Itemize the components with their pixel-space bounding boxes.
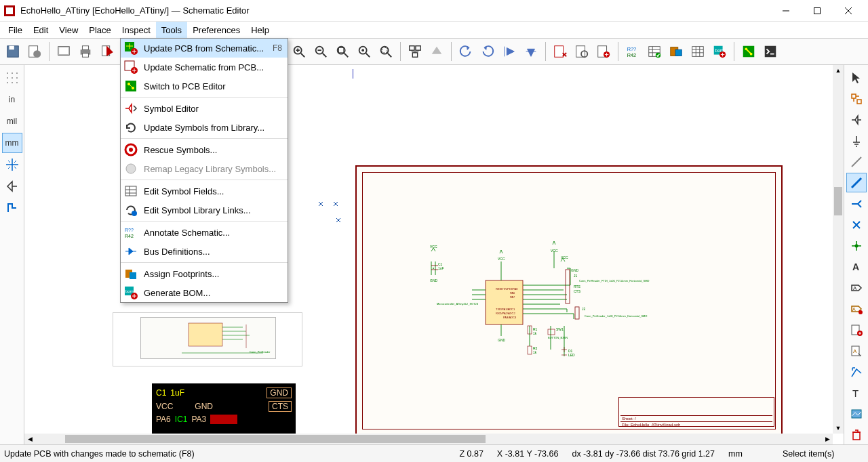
global-label-tool[interactable]: A [846,278,867,297]
tools-menu-item[interactable]: Edit Symbol Fields... [121,182,288,201]
grid-toggle[interactable] [2,68,22,88]
svg-rect-0 [814,7,821,14]
svg-point-48 [12,82,13,83]
schematic-setup-button[interactable] [24,41,45,62]
zoom-objects-button[interactable] [354,41,374,62]
add-symbol-tool[interactable] [846,110,867,129]
tools-menu-item[interactable]: Rescue Symbols... [121,140,288,159]
cursor-full-button[interactable] [2,154,22,175]
print-button[interactable] [75,41,96,62]
tools-menu-item[interactable]: Symbol Editor [121,99,288,118]
bom-button[interactable] [688,41,708,62]
zoom-selection-button[interactable] [376,41,396,62]
titleblock-sheet: Sheet: / [620,415,772,421]
tools-menu-item[interactable]: Update Symbols from Library... [121,118,288,137]
add-wire-tool[interactable] [846,152,867,171]
erc-button[interactable] [550,41,570,62]
svg-rect-50 [189,323,222,346]
menu-edit[interactable]: Edit [28,22,54,38]
zoom-out-button[interactable] [311,41,331,62]
bus-entry-tool[interactable] [846,194,867,213]
hidden-pins-button[interactable] [2,176,22,196]
nav-up-button[interactable] [427,41,447,62]
select-tool[interactable] [846,68,867,87]
scripting-console-button[interactable] [760,41,781,62]
horizontal-scrollbar[interactable]: ◀ ▶ [24,434,833,444]
add-image-tool[interactable] [846,404,867,423]
zoom-in-button[interactable] [289,41,309,62]
add-bus-tool[interactable] [846,173,867,192]
tools-menu-item[interactable]: Update Schematic from PCB... [121,58,288,77]
status-unit: mm [728,449,769,459]
menu-preferences[interactable]: Preferences [187,22,245,38]
annotate-button[interactable]: R??R42 [623,41,643,62]
page-settings-button[interactable] [54,41,74,62]
menu-help[interactable]: Help [245,22,275,38]
menu-label: File [8,25,22,35]
menu-inspect[interactable]: Inspect [117,22,156,38]
add-sheet-tool[interactable] [846,320,867,339]
hierarchical-label-tool[interactable]: A [846,299,867,318]
mirror-v-button[interactable] [499,41,519,62]
maximize-button[interactable] [802,0,833,22]
hierarchy-button[interactable] [405,41,425,62]
menu-item-label: Remap Legacy Library Symbols... [144,164,282,174]
svg-rect-33 [692,47,704,57]
zoom-fit-button[interactable] [332,41,353,62]
tools-menu-item[interactable]: Edit Symbol Library Links... [121,201,288,219]
menu-file[interactable]: File [3,22,28,38]
import-sheet-pin-tool[interactable]: A↘ [846,341,867,360]
tools-menu-item[interactable]: Update PCB from Schematic...F8 [121,39,288,58]
menu-item-label: Rescue Symbols... [144,145,282,155]
add-line-tool[interactable] [846,362,867,381]
svg-point-47 [7,82,8,83]
junction-tool[interactable] [846,236,867,255]
menu-item-icon [123,161,138,176]
tools-dropdown: Update PCB from Schematic...F8Update Sch… [120,38,288,303]
close-button[interactable] [833,0,864,22]
menu-place[interactable]: Place [83,22,117,38]
menu-item-label: Update Symbols from Library... [144,123,282,133]
mini-preview: Conn_PinHeader [113,312,302,366]
svg-text:R??: R?? [627,46,636,52]
svg-rect-32 [675,49,682,56]
svg-point-46 [16,77,18,79]
titlebar: EchoHello_ATtiny [EchoHello_ATtiny/] — S… [0,0,868,22]
add-power-tool[interactable] [846,131,867,150]
pcb-editor-button[interactable] [738,41,759,62]
tools-menu-item[interactable]: bomGenerate BOM... [121,283,288,302]
menu-item-icon [123,142,138,157]
generate-bom-button[interactable]: bom [709,41,730,62]
units-mils[interactable]: mil [2,111,22,131]
units-inches[interactable]: in [2,89,22,110]
inspect-button[interactable] [572,41,592,62]
menu-view[interactable]: View [54,22,83,38]
minimize-button[interactable] [770,0,802,22]
mirror-h-button[interactable] [521,41,541,62]
svg-rect-116 [130,272,136,279]
menu-tools[interactable]: Tools [156,22,187,38]
tools-menu-item[interactable]: R??R42Annotate Schematic... [121,223,288,242]
no-connect-tool[interactable] [846,215,867,234]
save-button[interactable] [3,41,23,62]
svg-point-43 [16,72,18,74]
net-label-tool[interactable]: A [846,257,867,276]
tools-menu-item[interactable]: Bus Definitions... [121,242,288,261]
tools-menu-item[interactable]: Assign Footprints... [121,264,288,283]
svg-point-110 [126,164,136,173]
tools-menu-item[interactable]: Switch to PCB Editor [121,77,288,96]
simulator-button[interactable] [593,41,614,62]
plot-button[interactable] [97,41,117,62]
delete-tool[interactable] [846,425,867,444]
symbol-fields-button[interactable] [644,41,665,62]
rotate-ccw-button[interactable] [456,41,476,62]
vertical-scrollbar[interactable]: ▲ ▼ [833,65,844,434]
free-angle-button[interactable] [2,198,22,218]
add-text-tool[interactable]: T [846,383,867,402]
menu-item-label: Update PCB from Schematic... [144,43,267,54]
svg-text:R??: R?? [125,228,134,232]
highlight-net-tool[interactable] [846,89,867,108]
units-mm[interactable]: mm [2,133,22,153]
assign-footprints-button[interactable] [666,41,686,62]
rotate-cw-button[interactable] [477,41,498,62]
